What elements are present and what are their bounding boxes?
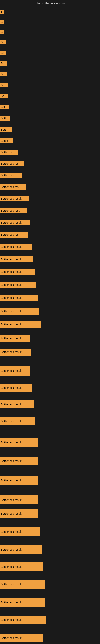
bottleneck-label: B xyxy=(0,10,3,14)
bottleneck-label: Bottleneck res xyxy=(0,232,28,238)
bottleneck-label: Bottle xyxy=(0,138,13,143)
bottleneck-label: Bottleneck result xyxy=(0,220,30,226)
bottleneck-label: Bo xyxy=(0,83,8,87)
bottleneck-label: Bottleneck result xyxy=(0,476,38,485)
bottleneck-label: Bo xyxy=(0,72,7,76)
bottleneck-label: Bottleneck result xyxy=(0,562,43,571)
bottleneck-label: Bottleneck resu xyxy=(0,208,27,213)
bottleneck-label: Bottleneck result xyxy=(0,308,39,314)
bottleneck-label: Bottleneck result xyxy=(0,527,40,536)
bottleneck-label: Bottleneck result xyxy=(0,256,33,262)
bottleneck-label: Bottleneck r xyxy=(0,173,22,178)
bottleneck-label: B xyxy=(0,30,4,34)
bottleneck-label: Bottleneck result xyxy=(0,545,42,554)
bottleneck-label: Bottleneck result xyxy=(0,418,35,425)
bottleneck-label: Bottl xyxy=(0,127,12,132)
bottleneck-label: Bottleneck result xyxy=(0,400,34,408)
main-container: TheBottlenecker.com BBBBoBoBoBoBoBoBotBo… xyxy=(0,0,100,644)
bottleneck-label: Bottleneck result xyxy=(0,384,32,392)
bottleneck-label: Bottleneck result xyxy=(0,348,31,356)
bottleneck-label: Bottleneck result xyxy=(0,457,38,465)
bottleneck-label: Bottlenec xyxy=(0,150,18,155)
bottleneck-label: Bottleneck result xyxy=(0,634,43,642)
bottleneck-label: Bo xyxy=(0,51,6,55)
bottleneck-label: Bottleneck resu xyxy=(0,184,26,190)
bottleneck-label: Bottleneck result xyxy=(0,496,38,504)
bottleneck-label: Bot xyxy=(0,105,9,109)
bottleneck-label: Bottleneck result xyxy=(0,366,30,376)
bottleneck-label: Bottleneck result xyxy=(0,438,38,446)
site-title: TheBottlenecker.com xyxy=(35,2,65,5)
bottleneck-label: Bottleneck result xyxy=(0,616,46,624)
bottleneck-label: Bo xyxy=(0,61,7,66)
bottleneck-label: Bottleneck res xyxy=(0,161,24,166)
bottleneck-label: Bo xyxy=(0,94,8,98)
bottleneck-label: Bottleneck result xyxy=(0,244,32,250)
bottleneck-label: Bottleneck result xyxy=(0,269,35,275)
bottleneck-label: Bottleneck result xyxy=(0,321,41,328)
bottleneck-label: Bottleneck result xyxy=(0,295,38,301)
bottleneck-label: Bo xyxy=(0,40,6,44)
bottleneck-label: Bottleneck result xyxy=(0,509,38,518)
bottleneck-label: Bottleneck result xyxy=(0,598,45,606)
bottleneck-label: Bottleneck result xyxy=(0,196,29,202)
bottleneck-label: Bott xyxy=(0,116,10,120)
bottleneck-label: Bottleneck result xyxy=(0,580,45,589)
bottleneck-label: Bottleneck result xyxy=(0,282,36,288)
bottleneck-label: Bottleneck result xyxy=(0,335,30,342)
bottleneck-label: B xyxy=(0,20,3,24)
